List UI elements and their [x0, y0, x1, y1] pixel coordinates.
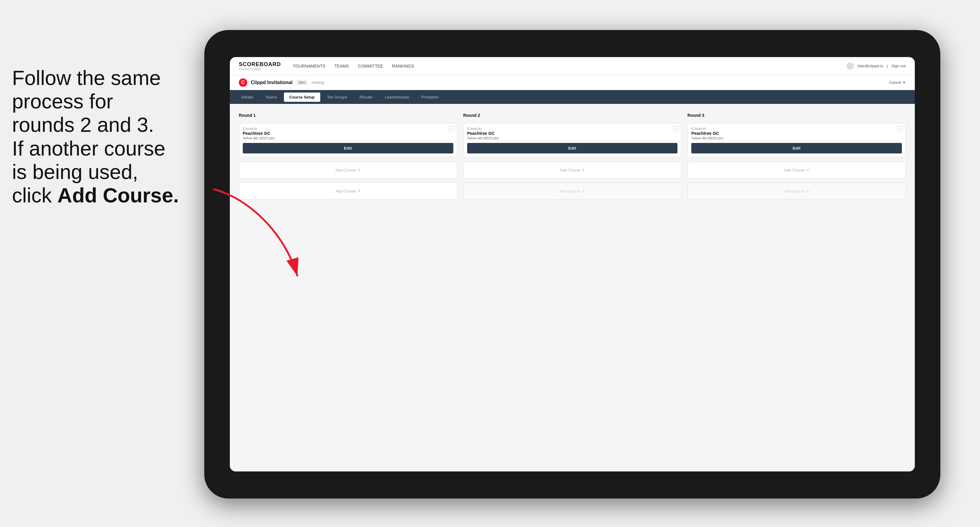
- round-1-add-course-1-label: Add Course: [335, 168, 356, 172]
- top-nav: SCOREBOARD Powered by clippd TOURNAMENTS…: [230, 57, 915, 75]
- round-3-course-card: ○ (Course A) Peachtree GC Yellow (M) (66…: [687, 123, 906, 157]
- separator: |: [887, 63, 888, 68]
- tab-results[interactable]: Results: [354, 92, 378, 102]
- logo-text: SCOREBOARD: [239, 61, 281, 67]
- round-2-add-plus-1-icon: +: [582, 167, 585, 173]
- round-1-title: Round 1: [239, 113, 457, 118]
- tablet-device: SCOREBOARD Powered by clippd TOURNAMENTS…: [204, 30, 940, 498]
- round-1-add-course-2[interactable]: Add Course +: [239, 183, 457, 199]
- nav-teams[interactable]: TEAMS: [334, 63, 349, 68]
- round-3-course-details: Yellow (M) (6629 yds): [691, 137, 902, 140]
- round-1-add-course-1[interactable]: Add Course +: [239, 162, 457, 178]
- tab-bar: Details Teams Course Setup Tee Groups Re…: [230, 90, 915, 104]
- round-2-add-course-1-label: Add Course: [560, 168, 581, 172]
- round-1-edit-button[interactable]: Edit: [243, 143, 453, 154]
- hosting-badge: Hosting: [312, 81, 324, 85]
- round-3-add-course-1[interactable]: Add Course +: [687, 162, 906, 178]
- main-content: Round 1 ○ (Course A) Peachtree GC Yellow…: [230, 104, 915, 471]
- round-3-course-label: (Course A): [691, 127, 902, 130]
- tablet-screen: SCOREBOARD Powered by clippd TOURNAMENTS…: [230, 57, 915, 471]
- round-2-delete-button[interactable]: ○: [673, 126, 679, 132]
- tab-teams[interactable]: Teams: [260, 92, 282, 102]
- round-1-add-course-2-label: Add Course: [335, 189, 356, 194]
- clippd-icon: C: [239, 78, 247, 87]
- logo-area: SCOREBOARD Powered by clippd: [239, 61, 281, 71]
- tab-tee-groups[interactable]: Tee Groups: [322, 92, 353, 102]
- round-2-title: Round 2: [463, 113, 682, 118]
- round-2-add-plus-2-icon: +: [582, 188, 585, 194]
- cancel-button[interactable]: Cancel ✕: [889, 80, 906, 85]
- tab-leaderboards[interactable]: Leaderboards: [379, 92, 414, 102]
- cancel-x-icon: ✕: [902, 80, 906, 85]
- nav-links: TOURNAMENTS TEAMS COMMITTEE RANKINGS: [293, 63, 846, 68]
- round-1-add-plus-1-icon: +: [358, 167, 361, 173]
- sign-out-link[interactable]: Sign out: [891, 63, 906, 68]
- round-3-add-course-2: Add Course +: [687, 183, 906, 199]
- nav-committee[interactable]: COMMITTEE: [358, 63, 383, 68]
- tournament-name: Clippd Invitational: [251, 80, 293, 85]
- sub-header: C Clippd Invitational Men Hosting Cancel…: [230, 75, 915, 90]
- round-3-column: Round 3 ○ (Course A) Peachtree GC Yellow…: [687, 113, 906, 462]
- round-2-add-course-1[interactable]: Add Course +: [463, 162, 682, 178]
- tab-printables[interactable]: Printables: [416, 92, 444, 102]
- round-3-course-name: Peachtree GC: [691, 131, 902, 136]
- nav-rankings[interactable]: RANKINGS: [392, 63, 414, 68]
- user-avatar: [846, 62, 854, 70]
- round-3-edit-button[interactable]: Edit: [691, 143, 902, 154]
- nav-tournaments[interactable]: TOURNAMENTS: [293, 63, 325, 68]
- instruction-panel: Follow the same process for rounds 2 and…: [0, 54, 210, 219]
- instruction-text: Follow the same process for rounds 2 and…: [12, 67, 179, 206]
- sub-header-left: C Clippd Invitational Men Hosting: [239, 78, 324, 87]
- round-2-add-course-2: Add Course +: [463, 183, 682, 199]
- round-2-course-label: (Course A): [467, 127, 678, 130]
- tab-course-setup[interactable]: Course Setup: [284, 92, 320, 102]
- round-2-add-course-2-label: Add Course: [560, 189, 581, 194]
- round-1-course-card: ○ (Course A) Peachtree GC Yellow (M) (66…: [239, 123, 457, 157]
- nav-right: blair@clippd.io | Sign out: [846, 62, 906, 70]
- round-1-course-details: Yellow (M) (6629 yds): [243, 137, 453, 140]
- round-2-course-card: ○ (Course A) Peachtree GC Yellow (M) (66…: [463, 123, 682, 157]
- round-1-course-name: Peachtree GC: [243, 131, 453, 136]
- round-3-add-course-2-label: Add Course: [784, 189, 805, 194]
- round-2-edit-button[interactable]: Edit: [467, 143, 678, 154]
- user-email: blair@clippd.io: [858, 63, 883, 68]
- round-2-course-details: Yellow (M) (6629 yds): [467, 137, 678, 140]
- round-1-course-label: (Course A): [243, 127, 453, 130]
- round-1-add-plus-2-icon: +: [358, 188, 361, 194]
- round-3-add-plus-2-icon: +: [807, 188, 809, 194]
- round-2-course-name: Peachtree GC: [467, 131, 678, 136]
- logo-sub: Powered by clippd: [239, 68, 281, 71]
- round-1-delete-button[interactable]: ○: [449, 126, 455, 132]
- round-2-column: Round 2 ○ (Course A) Peachtree GC Yellow…: [463, 113, 682, 462]
- round-3-add-plus-1-icon: +: [807, 167, 809, 173]
- round-3-add-course-1-label: Add Course: [784, 168, 805, 172]
- men-badge: Men: [296, 80, 308, 85]
- round-1-column: Round 1 ○ (Course A) Peachtree GC Yellow…: [239, 113, 457, 462]
- tab-details[interactable]: Details: [236, 92, 259, 102]
- round-3-delete-button[interactable]: ○: [897, 126, 903, 132]
- round-3-title: Round 3: [687, 113, 906, 118]
